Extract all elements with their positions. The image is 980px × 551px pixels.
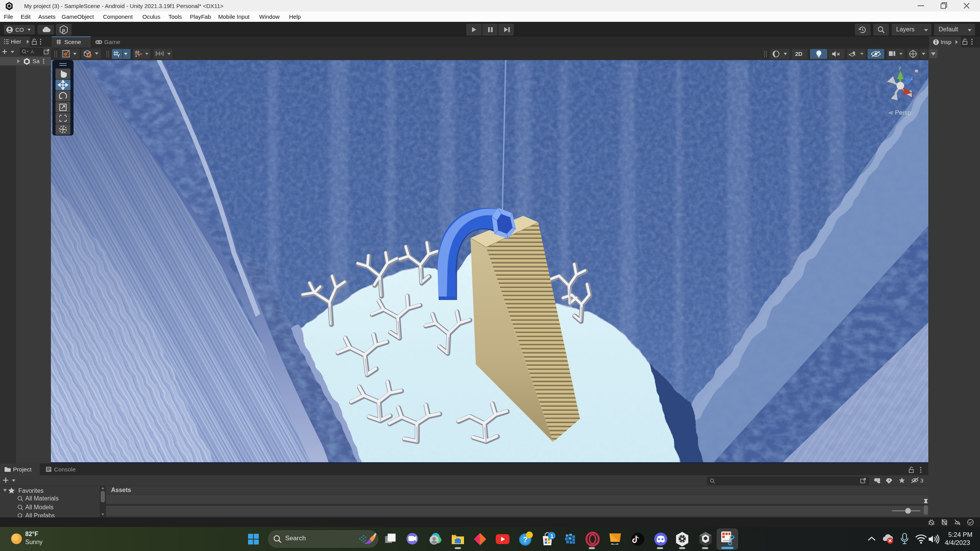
svg-text:y: y [898, 64, 901, 70]
svg-text:3: 3 [920, 477, 923, 484]
svg-text:x: x [913, 92, 915, 98]
svg-text:Favorites: Favorites [18, 487, 44, 494]
svg-text:Insp: Insp [941, 39, 951, 45]
svg-text:⋖ Persp: ⋖ Persp [888, 109, 911, 116]
svg-text:z: z [910, 75, 913, 81]
svg-text:All Materials: All Materials [25, 495, 59, 502]
svg-text:1: 1 [550, 533, 554, 539]
svg-text:Project: Project [13, 466, 32, 473]
svg-text:All Prefabs: All Prefabs [25, 512, 55, 517]
svg-text:A: A [31, 49, 34, 55]
svg-text:Hier: Hier [11, 38, 21, 45]
svg-text:All Models: All Models [25, 504, 54, 510]
svg-text:Console: Console [54, 466, 76, 473]
svg-text:Game: Game [104, 39, 120, 45]
svg-text:Scene: Scene [64, 39, 81, 45]
svg-text:Y: Y [117, 53, 120, 58]
svg-text:2D: 2D [795, 51, 802, 57]
svg-text:CO: CO [15, 26, 24, 33]
svg-text:p: p [62, 27, 65, 33]
svg-text:Sa: Sa [33, 58, 40, 64]
